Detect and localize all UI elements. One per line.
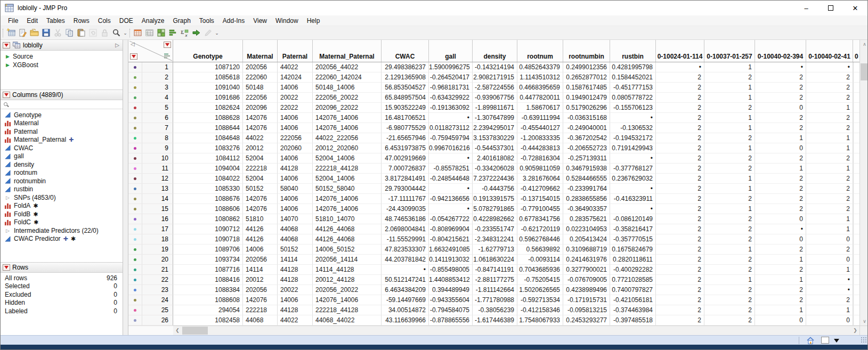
resize-grip[interactable]: [861, 337, 867, 344]
table-cell[interactable]: 44022: [278, 62, 313, 72]
column-header-0-10037-01-257[interactable]: 0-10037-01-257: [704, 40, 755, 62]
table-cell[interactable]: 1084022: [173, 174, 243, 184]
table-cell[interactable]: -1.200833335: [517, 133, 563, 143]
table-cell[interactable]: 2: [704, 255, 755, 265]
table-cell[interactable]: 202060: [278, 143, 313, 153]
nominal-modeling-type-icon[interactable]: [4, 202, 11, 209]
table-cell[interactable]: 2: [656, 275, 704, 285]
row-number-cell[interactable]: 25: [142, 305, 173, 315]
column-item-maternal[interactable]: Maternal: [1, 119, 123, 128]
row-number-cell[interactable]: 17: [142, 224, 173, 234]
table-cell[interactable]: 0.2652877012: [563, 72, 610, 83]
continuous-modeling-type-icon[interactable]: [4, 111, 11, 118]
table-cell[interactable]: 1093734: [173, 255, 243, 265]
table-cell[interactable]: 14114_44128: [313, 265, 382, 275]
data-table-window-icon[interactable]: [132, 27, 143, 39]
row-marker-cell[interactable]: [128, 275, 142, 285]
table-cell[interactable]: •: [755, 224, 806, 234]
table-cell[interactable]: 50148: [243, 83, 278, 93]
table-cell[interactable]: 1080862: [173, 214, 243, 224]
table-cell[interactable]: 1091686: [173, 93, 243, 103]
table-cell[interactable]: 2: [755, 72, 806, 83]
table-cell[interactable]: -0.400292282: [610, 265, 656, 275]
table-cell[interactable]: 0.1584452021: [610, 72, 656, 83]
table-cell[interactable]: 52004_14006: [313, 174, 382, 184]
table-cell[interactable]: 44126: [243, 224, 278, 234]
table-cell[interactable]: 2: [656, 184, 704, 194]
table-cell[interactable]: -0.592713534: [517, 295, 563, 305]
table-cell[interactable]: 2: [656, 224, 704, 234]
table-cell[interactable]: 0.2367629032: [610, 174, 656, 184]
row-marker-cell[interactable]: [128, 224, 142, 234]
column-header-maternal-paternal[interactable]: Maternal_Paternal: [313, 40, 382, 62]
table-cell[interactable]: 1084648: [173, 133, 243, 143]
table-cell[interactable]: 2: [755, 123, 806, 133]
table-cell[interactable]: 14006: [278, 83, 313, 93]
table-cell[interactable]: 1082624: [173, 103, 243, 113]
table-cell[interactable]: 1.58670617: [517, 103, 563, 113]
table-cell[interactable]: -0.1306532: [610, 123, 656, 133]
column-header-genotype[interactable]: Genotype: [173, 40, 243, 62]
table-cell[interactable]: -0.367202542: [563, 133, 610, 143]
table-cell[interactable]: -0.794584075: [429, 305, 473, 315]
table-row[interactable]: 14108867614207614006142076_14006-17.1111…: [128, 194, 859, 204]
row-number-cell[interactable]: 23: [142, 285, 173, 295]
table-cell[interactable]: -0.206552723: [563, 143, 610, 153]
table-cell[interactable]: 0.394489949: [429, 285, 473, 295]
nominal-modeling-type-icon[interactable]: [4, 136, 11, 143]
row-marker-cell[interactable]: [128, 123, 142, 133]
table-cell[interactable]: 2: [806, 295, 853, 305]
table-cell[interactable]: 0: [755, 143, 806, 153]
table-cell[interactable]: 2: [656, 234, 704, 245]
table-cell[interactable]: 0.1587617485: [563, 83, 610, 93]
nominal-modeling-type-icon[interactable]: [4, 120, 11, 127]
table-cell[interactable]: 1.6632491085: [429, 245, 473, 255]
table-cell[interactable]: 0.5962768446: [517, 234, 563, 245]
table-cell[interactable]: 20012_202060: [313, 143, 382, 153]
table-cell[interactable]: 1.7548067933: [517, 315, 563, 325]
table-cell[interactable]: 1: [806, 164, 853, 174]
table-cell[interactable]: 6.4531973875: [382, 143, 429, 153]
menu-file[interactable]: File: [4, 16, 22, 26]
table-cell[interactable]: 2: [656, 93, 704, 103]
table-cell[interactable]: 1: [806, 265, 853, 275]
table-cell[interactable]: 1: [704, 184, 755, 194]
table-cell[interactable]: 0.0805778722: [610, 93, 656, 103]
table-cell[interactable]: -0.544537301: [473, 143, 517, 153]
table-cell[interactable]: 2: [704, 234, 755, 245]
toolbar-overflow-icon[interactable]: ⌄: [122, 30, 128, 36]
table-cell[interactable]: -0.621720119: [517, 224, 563, 234]
table-cell[interactable]: 202096_22022: [313, 103, 382, 113]
table-cell[interactable]: 2: [755, 83, 806, 93]
table-cell[interactable]: 2: [755, 265, 806, 275]
table-cell[interactable]: 52004_14006: [313, 153, 382, 164]
table-cell[interactable]: 1.1143510312: [517, 72, 563, 83]
row-number-cell[interactable]: 18: [142, 234, 173, 245]
copy-icon[interactable]: [63, 27, 75, 39]
panel-expand-icon[interactable]: ▷: [115, 42, 119, 48]
group-expand-icon[interactable]: ▷: [4, 228, 11, 233]
table-cell[interactable]: 142076_14006: [313, 295, 382, 305]
column-item-rustbin[interactable]: rustbin: [1, 185, 123, 194]
table-cell[interactable]: 14114: [278, 255, 313, 265]
table-cell[interactable]: 142076_14006: [313, 204, 382, 214]
table-cell[interactable]: 34.00514872: [382, 305, 429, 315]
menu-doe[interactable]: DOE: [115, 16, 137, 26]
table-cell[interactable]: 0.56639892: [517, 245, 563, 255]
table-cell[interactable]: -1.62779713: [473, 245, 517, 255]
row-marker-cell[interactable]: [128, 204, 142, 214]
column-header-rootnum[interactable]: rootnum: [517, 40, 563, 62]
scroll-up-button[interactable]: ∧: [860, 40, 868, 48]
table-cell[interactable]: 2: [656, 123, 704, 133]
table-cell[interactable]: 47.823533307: [382, 245, 429, 255]
table-row[interactable]: 5108262420209622022202096_2202215.903522…: [128, 103, 859, 113]
table-cell[interactable]: 7.000726837: [382, 164, 429, 174]
table-row[interactable]: 23108838420205620022202056_200226.463438…: [128, 285, 859, 295]
row-number-cell[interactable]: 14: [142, 194, 173, 204]
scroll-left-button[interactable]: ❮: [173, 326, 182, 335]
table-cell[interactable]: -1.617446389: [473, 315, 517, 325]
distribution-icon[interactable]: [167, 27, 179, 39]
table-cell[interactable]: 222060_142024: [313, 72, 382, 83]
table-cell[interactable]: 2: [806, 174, 853, 184]
row-marker-cell[interactable]: [128, 184, 142, 194]
